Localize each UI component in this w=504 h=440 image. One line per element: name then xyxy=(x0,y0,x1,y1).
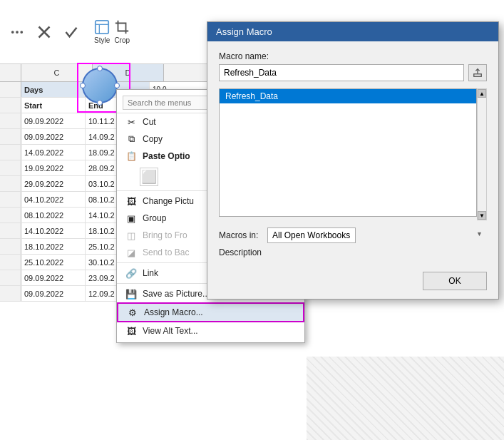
menu-item-assign-macro[interactable]: ⚙ Assign Macro... xyxy=(117,302,304,322)
macro-name-input[interactable] xyxy=(219,64,464,81)
link-icon: 🔗 xyxy=(125,267,137,279)
handle-top[interactable] xyxy=(97,66,103,71)
save-as-picture-icon: 💾 xyxy=(125,288,137,300)
dialog-titlebar: Assign Macro xyxy=(207,22,498,41)
macro-list-item[interactable]: Refresh_Data xyxy=(220,89,476,103)
dialog-body: Macro name: Refresh_Data ▲ ▼ Macros in: xyxy=(207,41,498,299)
menu-item-assign-macro-label: Assign Macro... xyxy=(144,307,294,317)
bring-to-front-icon: ◫ xyxy=(125,230,137,241)
paste-option-icon: ⬜ xyxy=(140,168,158,186)
circle-shape xyxy=(82,68,118,103)
change-picture-icon: 🖼 xyxy=(125,195,137,207)
assign-macro-icon: ⚙ xyxy=(127,307,138,318)
assign-macro-dialog: Assign Macro Macro name: Refresh_Data ▲ … xyxy=(207,21,499,300)
macros-in-label: Macros in: xyxy=(219,230,262,240)
row-num-header xyxy=(0,64,21,81)
cell-start: Start xyxy=(21,98,86,113)
scroll-down-btn[interactable]: ▼ xyxy=(478,211,486,220)
macro-listbox-container: Refresh_Data ▲ ▼ xyxy=(219,88,487,220)
style-button[interactable]: Style xyxy=(94,19,110,44)
svg-point-2 xyxy=(20,31,23,34)
macros-in-select[interactable]: All Open Workbooks xyxy=(267,227,356,243)
upload-button[interactable] xyxy=(468,64,487,81)
check-icon[interactable] xyxy=(60,21,83,44)
header-days: Days xyxy=(21,82,86,97)
send-to-back-icon: ◪ xyxy=(125,247,137,258)
macro-name-row xyxy=(219,64,487,81)
dialog-buttons: OK xyxy=(219,272,487,290)
view-alt-text-icon: 🖼 xyxy=(125,325,137,337)
handle-bottom[interactable] xyxy=(97,100,103,106)
macro-name-label: Macro name: xyxy=(219,51,487,61)
hatch-area xyxy=(307,357,504,440)
macros-in-select-wrapper: All Open Workbooks xyxy=(267,227,487,243)
close-icon[interactable] xyxy=(33,21,56,44)
toolbar: Style Crop xyxy=(0,0,214,64)
copy-icon: ⧉ xyxy=(125,133,137,145)
dialog-scrollbar: ▲ ▼ xyxy=(477,88,487,220)
menu-item-view-alt-text-label: View Alt Text... xyxy=(143,326,296,336)
description-label: Description xyxy=(219,247,487,257)
menu-item-view-alt-text[interactable]: 🖼 View Alt Text... xyxy=(117,322,304,339)
crop-button[interactable]: Crop xyxy=(114,19,130,44)
svg-rect-8 xyxy=(474,74,482,77)
paste-icon: 📋 xyxy=(125,150,137,162)
svg-point-1 xyxy=(16,31,19,34)
handle-left[interactable] xyxy=(80,83,86,88)
more-options-icon[interactable] xyxy=(6,21,29,44)
handle-right[interactable] xyxy=(114,83,120,88)
ok-button[interactable]: OK xyxy=(423,272,487,290)
cut-icon: ✂ xyxy=(125,116,137,128)
macros-in-row: Macros in: All Open Workbooks xyxy=(219,227,487,243)
dialog-title: Assign Macro xyxy=(216,26,272,37)
svg-rect-5 xyxy=(96,21,108,34)
macro-listbox[interactable]: Refresh_Data xyxy=(219,88,477,217)
svg-point-0 xyxy=(11,31,14,34)
scroll-up-btn[interactable]: ▲ xyxy=(478,89,486,98)
group-icon: ▣ xyxy=(125,213,137,224)
